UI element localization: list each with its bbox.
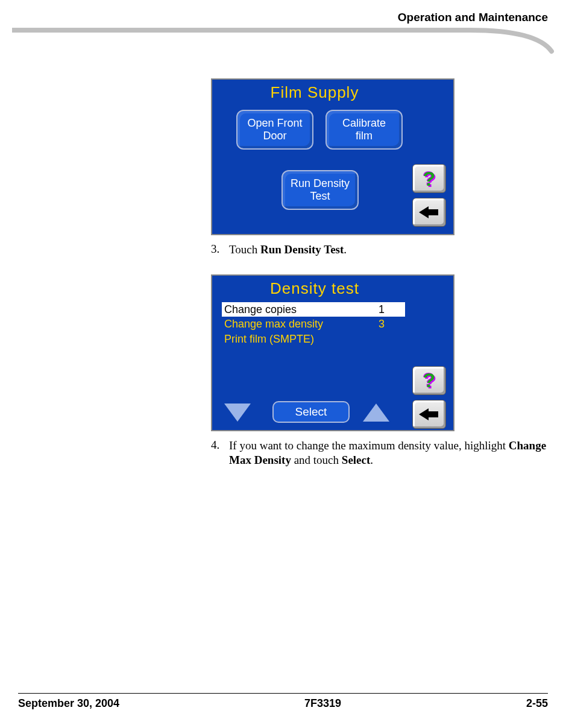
step-3: 3. Touch Run Density Test. bbox=[211, 242, 549, 258]
list-value: 3 bbox=[379, 317, 403, 331]
step-4: 4. If you want to change the maximum den… bbox=[211, 438, 549, 468]
step-3-number: 3. bbox=[211, 242, 223, 258]
step-3-body: Touch Run Density Test. bbox=[229, 242, 549, 258]
density-test-screen: Density test Change copies 1 Change max … bbox=[211, 274, 454, 431]
film-supply-screen: Film Supply Open FrontDoor Calibratefilm… bbox=[211, 78, 454, 235]
film-supply-title: Film Supply bbox=[212, 83, 417, 102]
help-icon: ? bbox=[423, 167, 436, 191]
back-arrow-icon bbox=[419, 408, 439, 420]
step-3-post: . bbox=[344, 243, 347, 256]
step-4-mid: and touch bbox=[291, 454, 342, 466]
list-item-print-film-smpte[interactable]: Print film (SMPTE) bbox=[222, 332, 405, 347]
step-4-body: If you want to change the maximum densit… bbox=[229, 438, 549, 468]
list-value bbox=[385, 332, 403, 346]
open-front-door-button[interactable]: Open FrontDoor bbox=[236, 110, 313, 150]
page-footer: September 30, 2004 7F3319 2-55 bbox=[18, 693, 548, 710]
back-button[interactable] bbox=[412, 400, 446, 429]
down-arrow-button[interactable] bbox=[224, 404, 251, 422]
help-button[interactable]: ? bbox=[412, 164, 446, 193]
footer-date: September 30, 2004 bbox=[18, 697, 119, 710]
list-value: 1 bbox=[379, 303, 403, 317]
run-density-test-label: Run DensityTest bbox=[291, 177, 350, 202]
section-header: Operation and Maintenance bbox=[398, 11, 548, 24]
footer-docid: 7F3319 bbox=[304, 697, 341, 710]
list-label: Print film (SMPTE) bbox=[224, 332, 314, 346]
open-front-door-label: Open FrontDoor bbox=[247, 117, 302, 142]
density-test-title: Density test bbox=[212, 279, 417, 298]
list-item-change-copies[interactable]: Change copies 1 bbox=[222, 302, 405, 317]
select-button[interactable]: Select bbox=[272, 401, 350, 423]
list-label: Change max density bbox=[224, 317, 323, 331]
step-4-bold2: Select bbox=[342, 454, 370, 466]
list-item-change-max-density[interactable]: Change max density 3 bbox=[222, 317, 405, 332]
density-test-list: Change copies 1 Change max density 3 Pri… bbox=[222, 302, 405, 347]
step-3-pre: Touch bbox=[229, 243, 260, 256]
calibrate-film-button[interactable]: Calibratefilm bbox=[325, 110, 403, 150]
step-4-post: . bbox=[370, 454, 373, 466]
calibrate-film-label: Calibratefilm bbox=[342, 117, 386, 142]
footer-page: 2-55 bbox=[526, 697, 548, 710]
back-arrow-icon bbox=[419, 206, 439, 218]
run-density-test-button[interactable]: Run DensityTest bbox=[281, 170, 359, 210]
select-label: Select bbox=[295, 405, 327, 419]
header-rule-swoosh bbox=[12, 24, 555, 54]
back-button[interactable] bbox=[412, 198, 446, 227]
step-4-pre: If you want to change the maximum densit… bbox=[229, 439, 509, 452]
step-3-bold: Run Density Test bbox=[260, 243, 344, 256]
list-label: Change copies bbox=[224, 303, 297, 317]
help-button[interactable]: ? bbox=[412, 366, 446, 395]
up-arrow-button[interactable] bbox=[363, 404, 389, 422]
help-icon: ? bbox=[423, 369, 436, 392]
step-4-number: 4. bbox=[211, 438, 223, 468]
